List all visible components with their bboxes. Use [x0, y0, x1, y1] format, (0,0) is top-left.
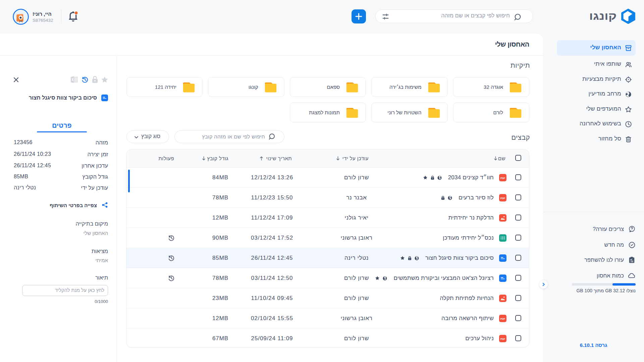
svg-text:PDF: PDF [500, 317, 505, 320]
svg-text:PDF: PDF [500, 177, 505, 180]
svg-text:PDF: PDF [500, 197, 505, 200]
svg-text:PDF: PDF [500, 338, 505, 341]
